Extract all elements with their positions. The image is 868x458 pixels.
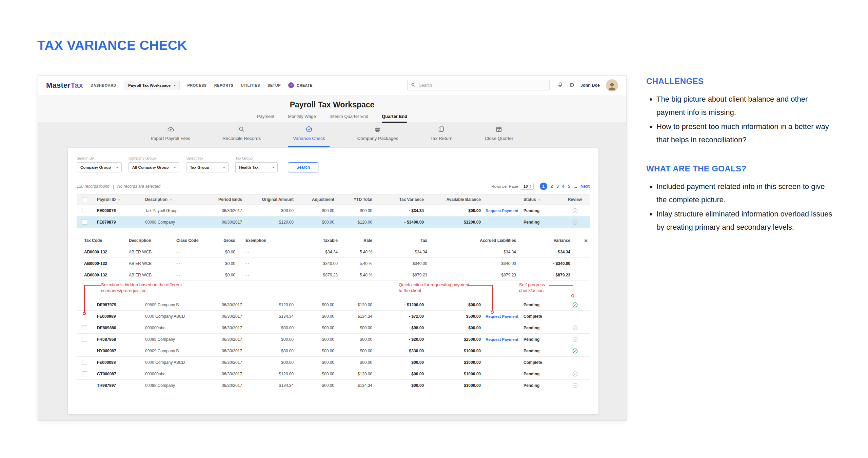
review-check-circle-icon[interactable] bbox=[572, 208, 578, 214]
subtable-row: AB0000-132 AB ER WCB - - $0.00 - - $879.… bbox=[81, 269, 590, 281]
row-checkbox[interactable] bbox=[82, 208, 87, 213]
cell-ytd-total: $00.00 bbox=[340, 208, 378, 213]
nav-reports[interactable]: REPORTS bbox=[214, 83, 234, 87]
main-table: Payroll ID▼ Description▼ Period Ends Ori… bbox=[77, 194, 590, 391]
cell-tax-variance: $00.00 bbox=[378, 383, 430, 388]
subheader-variance: Variance bbox=[524, 238, 578, 243]
cell-period-ends: 06/30/2017 bbox=[212, 314, 248, 319]
row-checkbox[interactable] bbox=[82, 337, 87, 342]
toolbar-variance-check[interactable]: Variance Check bbox=[293, 126, 325, 147]
tab-monthly-wage[interactable]: Monthly Wage bbox=[288, 114, 316, 123]
review-check-circle-icon[interactable] bbox=[572, 382, 578, 389]
gear-icon[interactable]: ⚙ bbox=[569, 82, 574, 88]
review-check-circle-icon[interactable] bbox=[572, 325, 578, 331]
row-checkbox[interactable] bbox=[82, 371, 87, 376]
toolbar-company-packages[interactable]: Company Packages bbox=[357, 126, 398, 147]
nav-utilities[interactable]: UTILITIES bbox=[241, 83, 260, 87]
table-row[interactable]: FE879879 00098 Company 06/30/2017 $120.0… bbox=[77, 216, 590, 228]
chevron-down-icon: ▾ bbox=[116, 166, 118, 169]
nav-dashboard[interactable]: DASHBOARD bbox=[91, 83, 116, 87]
cell-payroll-id: DE809880 bbox=[92, 326, 140, 330]
review-check-circle-icon[interactable] bbox=[572, 219, 578, 225]
sort-icon[interactable]: ▼ bbox=[170, 199, 172, 202]
avatar[interactable] bbox=[606, 79, 618, 91]
subtable-header-row: Tax Code Description Class Code Gross Ex… bbox=[81, 235, 590, 246]
review-check-circle-icon[interactable] bbox=[572, 348, 578, 354]
cell-accrued-liabilities: $879.23 bbox=[435, 273, 524, 277]
rows-per-page-select[interactable]: 10 ▴▾ bbox=[521, 183, 534, 190]
search-input[interactable] bbox=[407, 80, 550, 90]
records-found-text: 120 records found bbox=[77, 184, 110, 189]
table-row[interactable]: FR087868 00098 Company 06/30/2017 $00.00… bbox=[77, 334, 590, 345]
cell-status: Complete bbox=[519, 314, 560, 319]
page-5-button[interactable]: 5 bbox=[568, 184, 570, 189]
header-payroll-id: Payroll ID▼ bbox=[92, 197, 140, 202]
table-row[interactable]: DE809880 000000abc 06/30/2017 $00.00 $00… bbox=[77, 322, 590, 334]
table-row[interactable]: HY000987 09809 Company B 06/30/2017 $00.… bbox=[77, 345, 590, 357]
table-row[interactable]: GT000087 000000abc 06/30/2017 $120.00 $0… bbox=[77, 368, 590, 380]
row-checkbox[interactable] bbox=[82, 325, 87, 330]
cell-tax-variance: - $98.00 bbox=[378, 326, 430, 330]
tax-group-select[interactable]: Health Tax ▾ bbox=[235, 162, 278, 172]
cell-original-amount: $00.00 bbox=[248, 337, 300, 342]
search-by-select[interactable]: Company Group ▾ bbox=[77, 162, 122, 172]
cell-taxable: $34.34 bbox=[300, 250, 345, 254]
page-4-button[interactable]: 4 bbox=[562, 184, 565, 189]
review-check-circle-icon[interactable] bbox=[572, 371, 578, 377]
toolbar-import-payroll-files[interactable]: Import Payroll Files bbox=[151, 126, 190, 147]
page-2-button[interactable]: 2 bbox=[551, 184, 553, 189]
stepper-icon: ▴▾ bbox=[530, 185, 531, 188]
filter-company-group: Company Group All Company Group ▾ bbox=[129, 156, 180, 172]
review-check-circle-icon[interactable] bbox=[572, 302, 578, 308]
cell-rate: 5.40 % bbox=[345, 250, 380, 254]
toolbar-tax-return[interactable]: Tax Return bbox=[430, 126, 452, 147]
cell-description: 00098 Company bbox=[140, 383, 212, 388]
cell-tax-code: AB0000-132 bbox=[81, 261, 126, 266]
row-checkbox[interactable] bbox=[82, 220, 87, 225]
cell-available-balance: $1000.00 Request Payment bbox=[430, 372, 519, 376]
search-button[interactable]: Search bbox=[288, 162, 318, 172]
next-page-button[interactable]: Next bbox=[580, 184, 590, 189]
request-payment-link[interactable]: Request Payment bbox=[486, 314, 518, 318]
cell-adjustment: $00.00 bbox=[300, 337, 340, 342]
request-payment-link[interactable]: Request Payment bbox=[486, 209, 518, 213]
cell-status: Pending bbox=[519, 337, 560, 342]
create-button[interactable]: + CREATE bbox=[288, 82, 313, 88]
sort-icon[interactable]: ▼ bbox=[118, 199, 120, 202]
company-group-select[interactable]: All Company Group ▾ bbox=[129, 162, 180, 172]
subtable-body: AB0000-132 AB ER WCB - - $0.00 - - $34.3… bbox=[81, 246, 590, 281]
page-3-button[interactable]: 3 bbox=[556, 184, 559, 189]
page-1-button[interactable]: 1 bbox=[540, 183, 547, 190]
workspace-selector[interactable]: Payroll Tax Workspace ▾ bbox=[124, 81, 180, 90]
row-checkbox[interactable] bbox=[82, 360, 87, 365]
request-payment-link[interactable]: Request Payment bbox=[486, 337, 518, 341]
cell-gross: $0.00 bbox=[205, 250, 243, 254]
nav-process[interactable]: PROCESS bbox=[187, 83, 206, 87]
tab-payment[interactable]: Payment bbox=[257, 114, 274, 123]
table-row[interactable]: FE000076 Tax Payroll Group 06/30/2017 $0… bbox=[77, 205, 590, 216]
sort-icon[interactable]: ▼ bbox=[538, 199, 541, 202]
cell-exemption: - - bbox=[243, 261, 300, 266]
cell-adjustment: $00.00 bbox=[300, 208, 340, 213]
toolbar-close-quarter[interactable]: Close Quarter bbox=[485, 126, 513, 147]
nav-setup[interactable]: SETUP bbox=[268, 83, 281, 87]
review-check-circle-icon[interactable] bbox=[572, 336, 578, 342]
table-row[interactable]: TH987897 00098 Company 06/30/2017 $134.3… bbox=[77, 380, 590, 391]
tab-quarter-end[interactable]: Quarter End bbox=[382, 114, 407, 123]
header-period-ends: Period Ends bbox=[212, 197, 248, 202]
cell-tax-variance: - $3400.00 bbox=[378, 220, 430, 225]
bell-icon[interactable] bbox=[557, 82, 563, 89]
tab-interim-quarter-end[interactable]: Interim Quarter End bbox=[330, 114, 368, 123]
close-icon[interactable]: × bbox=[578, 238, 590, 244]
select-all-checkbox[interactable] bbox=[82, 197, 87, 202]
annotation-marker bbox=[491, 311, 494, 314]
table-row[interactable]: FE000088 0000 Company ABCD 06/30/2017 $0… bbox=[77, 357, 590, 368]
cell-description: Tax Payroll Group bbox=[140, 208, 212, 213]
table-body-top: FE000076 Tax Payroll Group 06/30/2017 $0… bbox=[77, 205, 590, 228]
table-row[interactable]: FE000989 0000 Company ABCD 06/30/2017 $1… bbox=[77, 311, 590, 322]
toolbar-reconcile-records[interactable]: Reconcile Records bbox=[222, 126, 261, 147]
select-tax-select[interactable]: Tax Group ▾ bbox=[186, 162, 229, 172]
table-row[interactable]: DE987979 09809 Company B 06/30/2017 $120… bbox=[77, 299, 590, 311]
chevron-down-icon: ▾ bbox=[273, 166, 274, 169]
cell-sub-variance: - $34.34 bbox=[524, 250, 578, 254]
